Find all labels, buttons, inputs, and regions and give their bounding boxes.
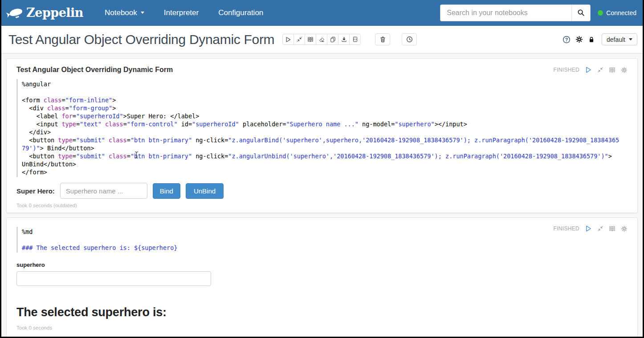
download-icon (341, 36, 347, 42)
nav-item-label: Configuration (218, 8, 263, 17)
show-hide-code-button[interactable] (293, 34, 305, 45)
compress-icon (597, 67, 603, 73)
code-line: </div> (22, 128, 628, 136)
code-editor-angular[interactable]: %angular<form class="form-inline"> <div … (16, 79, 628, 177)
clone-note-button[interactable] (327, 34, 338, 45)
file-code-icon (352, 36, 358, 42)
nav-item-interpreter[interactable]: Interpreter (154, 0, 208, 25)
permissions-lock-icon[interactable] (588, 36, 595, 43)
code-line: ### The selected superhero is: ${superhe… (22, 244, 628, 252)
markdown-output-heading: The selected superhero is: (16, 306, 628, 319)
unbind-button[interactable]: UnBind (186, 183, 224, 199)
play-icon (285, 36, 291, 43)
nav-item-label: Notebook (105, 8, 137, 17)
execution-time-note: Took 0 seconds (outdated) (16, 203, 628, 208)
eraser-icon (319, 36, 325, 42)
compress-icon (297, 36, 302, 42)
paragraph-title: Test Angular Object Overriding Dynamic F… (16, 66, 173, 74)
paragraph-controls: FINISHED (554, 66, 628, 73)
note-toolbar (282, 34, 361, 45)
main-nav: NotebookInterpreterConfiguration (95, 0, 273, 25)
superhero-name-input[interactable] (60, 183, 147, 199)
note-action-bar: Test Angular Object Overriding Dynamic F… (1, 26, 643, 53)
trash-icon (379, 36, 386, 43)
run-scheduler-button[interactable] (402, 33, 417, 45)
chevron-down-icon (141, 12, 144, 14)
dynamic-form-field-label: superhero (16, 262, 628, 268)
paragraph-angular-form: Test Angular Object Overriding Dynamic F… (6, 58, 638, 213)
play-icon (585, 66, 592, 73)
code-line: <div class="form-group"> (22, 104, 628, 112)
connection-status: Connected (598, 9, 636, 16)
superhero-form-label: Super Hero: (16, 187, 55, 195)
note-settings-gear-icon[interactable] (575, 36, 583, 43)
top-navbar: Zeppelin NotebookInterpreterConfiguratio… (1, 0, 643, 26)
interpreter-binding-label: default (607, 36, 625, 43)
note-title[interactable]: Test Angular Object Overriding Dynamic F… (8, 32, 274, 47)
search-input[interactable] (440, 4, 572, 21)
run-all-paragraphs-button[interactable] (282, 34, 294, 45)
remove-note-button[interactable] (375, 33, 390, 45)
toggle-editor-button[interactable] (597, 67, 603, 73)
brand-name: Zeppelin (26, 6, 83, 20)
gear-icon (621, 67, 628, 73)
code-line: %md (22, 228, 628, 236)
code-line: 79')"> Bind</button> (22, 144, 628, 152)
interpreter-binding-button[interactable]: default (602, 33, 637, 45)
paragraph-status-badge: FINISHED (554, 67, 579, 73)
note-header-right: ? default (562, 33, 637, 45)
run-paragraph-button[interactable] (585, 66, 592, 73)
connection-status-label: Connected (606, 9, 636, 16)
code-line: </form> (22, 168, 628, 176)
code-line: <form class="form-inline"> (22, 96, 628, 104)
zeppelin-blimp-icon (6, 4, 24, 22)
code-line (22, 236, 628, 244)
code-editor-markdown[interactable]: %md### The selected superhero is: ${supe… (16, 227, 628, 253)
book-icon (609, 67, 615, 73)
code-line (22, 88, 628, 96)
clone-icon (330, 36, 336, 42)
help-icon[interactable]: ? (562, 36, 571, 44)
code-line: <input type="text" class="form-control" … (22, 120, 628, 128)
code-line: <button type="submit" class="btn btn-pri… (22, 136, 628, 144)
chevron-down-icon (629, 38, 632, 40)
nav-item-label: Interpreter (164, 8, 199, 17)
export-note-button[interactable] (338, 34, 350, 45)
search-icon (577, 9, 585, 16)
code-line: UnBind</button> (22, 160, 628, 168)
zeppelin-home-link[interactable]: Zeppelin (6, 4, 83, 22)
search-button[interactable] (572, 4, 591, 21)
book-icon (307, 36, 314, 43)
version-control-button[interactable] (349, 34, 361, 45)
notebook-search (440, 4, 591, 21)
code-line: %angular (22, 80, 628, 88)
bind-button[interactable]: Bind (153, 183, 180, 199)
connected-dot-icon (598, 10, 603, 16)
svg-text:?: ? (565, 36, 568, 42)
toggle-output-button[interactable] (609, 67, 615, 73)
code-line: <button type="submit" class="btn btn-pri… (22, 152, 628, 160)
nav-item-notebook[interactable]: Notebook (95, 0, 154, 25)
superhero-dynamic-input[interactable] (16, 271, 211, 286)
code-line: <label for="superheroId">Super Hero: </l… (22, 112, 628, 120)
angular-form-output: Super Hero: Bind UnBind (16, 183, 628, 199)
execution-time-note: Took 0 seconds (16, 325, 628, 330)
clear-output-button[interactable] (316, 34, 327, 45)
paragraph-markdown: FINISHED %md### The selected superhero i… (6, 217, 638, 338)
clock-icon (406, 36, 413, 43)
paragraph-settings-button[interactable] (621, 67, 628, 73)
show-hide-output-button[interactable] (305, 34, 316, 45)
notebook-content: Test Angular Object Overriding Dynamic F… (1, 53, 643, 338)
nav-item-configuration[interactable]: Configuration (208, 0, 273, 25)
